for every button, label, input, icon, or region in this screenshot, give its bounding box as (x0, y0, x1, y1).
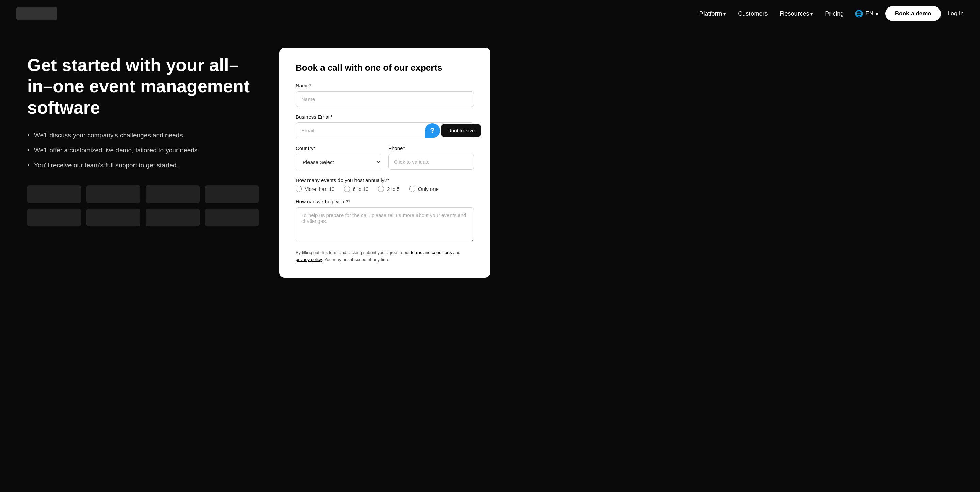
client-logo-7 (146, 209, 200, 226)
help-label: How can we help you ?* (296, 199, 474, 205)
help-textarea[interactable] (296, 207, 474, 241)
hero-title: Get started with your all–in–one event m… (27, 54, 259, 118)
privacy-text-2: and (452, 250, 460, 255)
privacy-text: By filling out this form and clicking su… (296, 249, 474, 263)
privacy-text-3: . You may unsubscribe at any time. (322, 257, 391, 262)
client-logos-row2 (27, 209, 259, 226)
bullet-list: We'll discuss your company's challenges … (27, 132, 259, 169)
chevron-down-icon: ▾ (875, 10, 878, 17)
privacy-text-1: By filling out this form and clicking su… (296, 250, 411, 255)
radio-label-6-to-10: 6 to 10 (353, 186, 368, 192)
radio-label-only-one: Only one (418, 186, 439, 192)
name-field-group: Name* (296, 83, 474, 107)
client-logo-8 (205, 209, 259, 226)
events-radio-group: More than 10 6 to 10 2 to 5 Only one (296, 186, 474, 192)
form-title: Book a call with one of our experts (296, 63, 474, 73)
radio-6-to-10[interactable]: 6 to 10 (344, 186, 368, 192)
nav-link-platform[interactable]: Platform (699, 10, 725, 17)
client-logo-3 (146, 186, 200, 203)
question-icon: ? (425, 123, 440, 138)
client-logo-4 (205, 186, 259, 203)
events-field-group: How many events do you host annually?* M… (296, 177, 474, 192)
email-label: Business Email* (296, 114, 474, 120)
privacy-link[interactable]: privacy policy (296, 257, 322, 262)
nav-link-customers[interactable]: Customers (738, 10, 767, 17)
nav-link-pricing[interactable]: Pricing (825, 10, 844, 17)
phone-input-wrapper (388, 154, 474, 170)
name-label: Name* (296, 83, 474, 89)
language-label: EN (865, 10, 873, 17)
login-button[interactable]: Log In (948, 10, 964, 17)
country-field-group: Country* Please Select (296, 145, 381, 170)
phone-field-group: Phone* (388, 145, 474, 170)
bullet-item-2: We'll offer a customized live demo, tail… (27, 147, 259, 154)
client-logo-1 (27, 186, 81, 203)
bullet-item-3: You'll receive our team's full support t… (27, 162, 259, 169)
book-demo-button[interactable]: Book a demo (885, 6, 941, 21)
client-logo-6 (86, 209, 140, 226)
phone-label: Phone* (388, 145, 474, 151)
help-field-group: How can we help you ?* (296, 199, 474, 243)
radio-2-to-5[interactable]: 2 to 5 (378, 186, 400, 192)
left-panel: Get started with your all–in–one event m… (27, 48, 259, 226)
form-card: Book a call with one of our experts Name… (279, 48, 490, 278)
terms-link[interactable]: terms and conditions (411, 250, 452, 255)
nav-links: Platform Customers Resources Pricing (699, 10, 844, 17)
radio-more-than-10[interactable]: More than 10 (296, 186, 334, 192)
nav-link-resources[interactable]: Resources (780, 10, 813, 17)
navbar: Platform Customers Resources Pricing 🌐 E… (0, 0, 980, 27)
radio-label-more-than-10: More than 10 (304, 186, 334, 192)
email-wrapper: ? Unobtrusive (296, 122, 474, 138)
radio-input-more-than-10[interactable] (296, 186, 302, 192)
bullet-item-1: We'll discuss your company's challenges … (27, 132, 259, 139)
radio-input-only-one[interactable] (409, 186, 415, 192)
client-logo-5 (27, 209, 81, 226)
radio-input-2-to-5[interactable] (378, 186, 384, 192)
globe-icon: 🌐 (855, 10, 863, 18)
nav-logo (16, 8, 57, 20)
country-phone-row: Country* Please Select Phone* (296, 145, 474, 170)
language-selector[interactable]: 🌐 EN ▾ (855, 10, 878, 18)
client-logos-row1 (27, 186, 259, 203)
radio-label-2-to-5: 2 to 5 (387, 186, 400, 192)
email-field-group: Business Email* ? Unobtrusive (296, 114, 474, 138)
country-label: Country* (296, 145, 381, 151)
events-label: How many events do you host annually?* (296, 177, 474, 183)
radio-input-6-to-10[interactable] (344, 186, 350, 192)
name-input[interactable] (296, 91, 474, 107)
tooltip-badge: ? Unobtrusive (425, 123, 481, 138)
country-select[interactable]: Please Select (296, 154, 381, 170)
tooltip-text: Unobtrusive (441, 124, 481, 137)
main-content: Get started with your all–in–one event m… (0, 27, 980, 492)
client-logo-2 (86, 186, 140, 203)
radio-only-one[interactable]: Only one (409, 186, 439, 192)
phone-input[interactable] (388, 154, 474, 170)
